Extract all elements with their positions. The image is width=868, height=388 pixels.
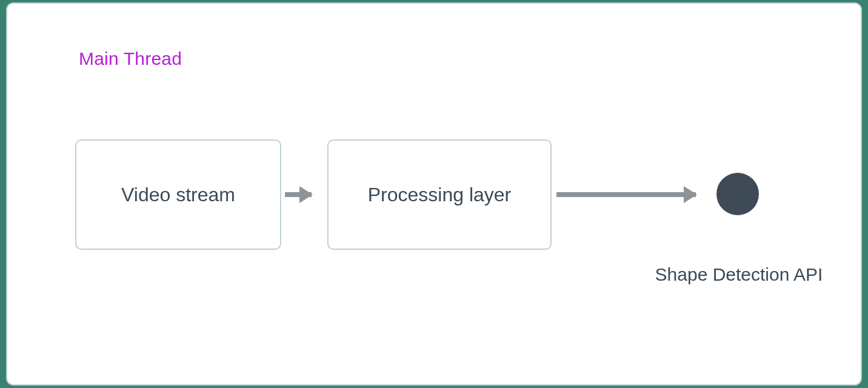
diagram-flow: Video stream Processing layer Shape Dete… — [75, 139, 815, 252]
node-video-stream-label: Video stream — [121, 184, 235, 206]
node-shape-detection-dot — [716, 173, 759, 215]
section-title: Main Thread — [79, 48, 182, 69]
arrow-right-icon — [285, 192, 312, 197]
node-shape-detection-label: Shape Detection API — [645, 264, 833, 285]
node-processing-layer: Processing layer — [327, 139, 552, 250]
node-video-stream: Video stream — [75, 139, 281, 250]
node-processing-layer-label: Processing layer — [368, 184, 512, 206]
arrow-right-icon — [556, 192, 696, 197]
main-thread-panel: Main Thread Video stream Processing laye… — [6, 2, 862, 386]
